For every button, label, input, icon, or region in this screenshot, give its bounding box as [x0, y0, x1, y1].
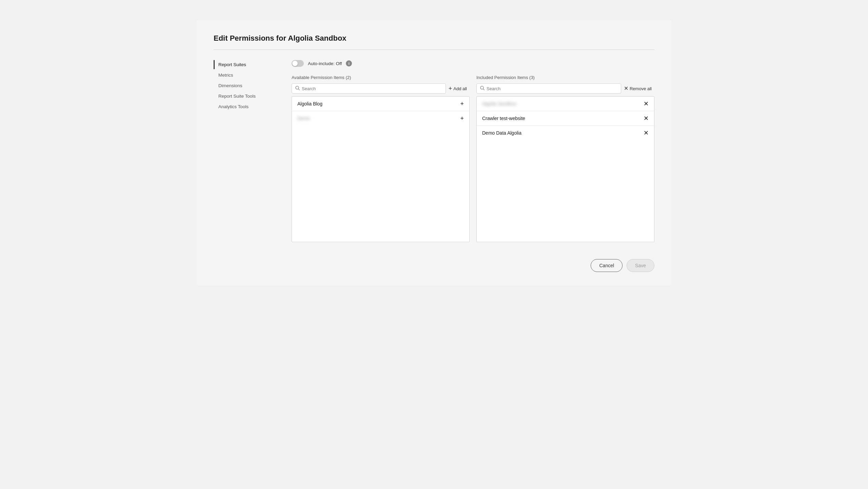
included-panel-header: Included Permission Items (3): [476, 75, 654, 80]
remove-all-label: Remove all: [630, 86, 652, 91]
available-items-panel: Algolia Blog + Demo +: [292, 96, 470, 242]
item-text: Algolia Blog: [297, 101, 322, 106]
remove-item-button[interactable]: ✕: [644, 101, 649, 107]
toggle-knob: [292, 61, 298, 66]
included-search-icon: [480, 86, 485, 91]
available-search-row: + Add all: [292, 83, 470, 94]
toggle-row: Auto-include: Off i: [292, 60, 654, 67]
sidebar-item-dimensions[interactable]: Dimensions: [214, 81, 281, 90]
svg-line-1: [298, 89, 300, 90]
remove-all-x-icon: ✕: [624, 86, 628, 91]
header-divider: [214, 50, 654, 50]
remove-item-button[interactable]: ✕: [644, 115, 649, 121]
add-item-button[interactable]: +: [460, 101, 464, 107]
add-all-plus-icon: +: [449, 85, 452, 92]
save-button[interactable]: Save: [627, 259, 654, 272]
sidebar-item-report-suite-tools[interactable]: Report Suite Tools: [214, 92, 281, 101]
sidebar-item-analytics-tools[interactable]: Analytics Tools: [214, 102, 281, 111]
available-search-box: [292, 83, 446, 94]
available-search-icon: [295, 86, 300, 91]
content-area: Report SuitesMetricsDimensionsReport Sui…: [214, 60, 654, 242]
info-icon[interactable]: i: [346, 60, 352, 66]
toggle-label: Auto-include: Off: [308, 61, 342, 66]
sidebar-item-metrics[interactable]: Metrics: [214, 71, 281, 80]
available-search-input[interactable]: [302, 86, 442, 91]
list-item: Demo Data Algolia ✕: [477, 126, 654, 140]
list-item: Crawler test-website ✕: [477, 111, 654, 126]
included-panel: Included Permission Items (3): [476, 75, 654, 242]
included-items-panel: Algolia Sandbox ✕ Crawler test-website ✕…: [476, 96, 654, 242]
sidebar: Report SuitesMetricsDimensionsReport Sui…: [214, 60, 281, 242]
edit-permissions-dialog: Edit Permissions for Algolia Sandbox Rep…: [197, 20, 671, 286]
add-all-label: Add all: [453, 86, 467, 91]
cancel-button[interactable]: Cancel: [591, 259, 623, 272]
list-item: Algolia Sandbox ✕: [477, 97, 654, 111]
panels-row: Available Permission Items (2): [292, 75, 654, 242]
item-text: Demo: [297, 116, 310, 121]
footer-row: Cancel Save: [214, 259, 654, 272]
remove-all-button[interactable]: ✕ Remove all: [621, 84, 654, 93]
included-search-input[interactable]: [487, 86, 617, 91]
item-text: Algolia Sandbox: [482, 101, 516, 106]
list-item: Demo +: [292, 111, 469, 125]
available-panel-header: Available Permission Items (2): [292, 75, 470, 80]
remove-item-button[interactable]: ✕: [644, 130, 649, 136]
add-all-button[interactable]: + Add all: [446, 84, 470, 93]
included-search-row: ✕ Remove all: [476, 83, 654, 94]
page-title: Edit Permissions for Algolia Sandbox: [214, 34, 654, 43]
available-panel: Available Permission Items (2): [292, 75, 470, 242]
item-text: Crawler test-website: [482, 116, 525, 121]
list-item: Algolia Blog +: [292, 97, 469, 111]
sidebar-item-report-suites[interactable]: Report Suites: [214, 60, 281, 69]
included-search-box: [476, 83, 621, 94]
svg-line-3: [483, 89, 485, 90]
item-text: Demo Data Algolia: [482, 130, 521, 136]
main-content: Auto-include: Off i Available Permission…: [281, 60, 654, 242]
auto-include-toggle[interactable]: [292, 60, 304, 67]
add-item-button[interactable]: +: [460, 115, 464, 121]
